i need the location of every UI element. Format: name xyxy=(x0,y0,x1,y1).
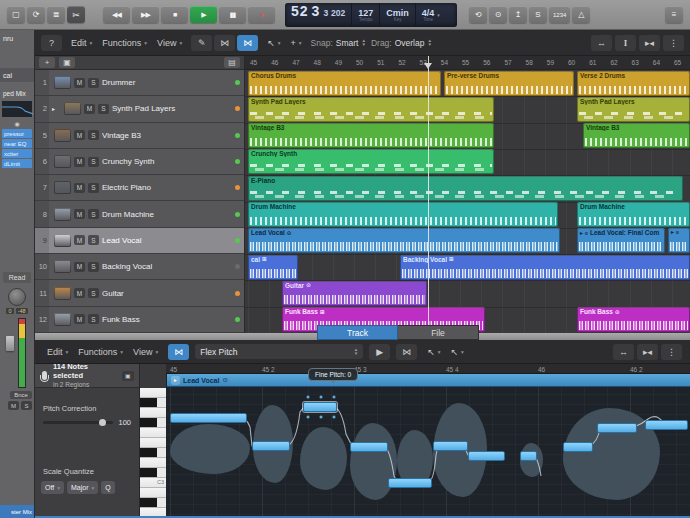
flex-mode-select[interactable]: Flex Pitch ▲▼ xyxy=(195,344,363,359)
region-clip[interactable]: ▸≡ xyxy=(668,228,690,253)
menu-view[interactable]: View▾ xyxy=(153,36,186,50)
arrange-area[interactable]: 4546474849505152535455565758596061626364… xyxy=(245,56,690,333)
note-handle[interactable] xyxy=(332,415,336,419)
automation-icon[interactable]: ✎ xyxy=(191,35,212,51)
pointer-tool[interactable]: ↖▾ xyxy=(423,345,444,359)
track-header-electric-piano[interactable]: 7MSElectric Piano xyxy=(35,175,244,201)
region-verse-2-drums[interactable]: Verse 2 Drums xyxy=(577,71,690,96)
flex-icon[interactable]: ⋈ xyxy=(214,35,235,51)
mute-button[interactable]: M xyxy=(74,183,85,193)
region-drum-machine[interactable]: Drum Machine xyxy=(248,202,558,227)
track-header-guitar[interactable]: 11MSGuitar xyxy=(35,280,244,306)
solo-button[interactable]: S xyxy=(98,104,109,114)
track-header-vintage-b3[interactable]: 5MSVintage B3 xyxy=(35,123,244,149)
pitch-note[interactable] xyxy=(645,420,688,430)
bounce-button[interactable]: Bnce xyxy=(10,391,32,399)
region-synth-pad-layers[interactable]: Synth Pad Layers xyxy=(248,97,494,122)
plugin-slot-dlimit[interactable]: dLimit xyxy=(2,159,32,168)
mute-button[interactable]: M xyxy=(74,262,85,272)
region-lead-vocal[interactable]: Lead Vocal⊙ xyxy=(248,228,560,253)
mute-button[interactable]: M xyxy=(74,314,85,324)
header-options-button[interactable]: ▤ xyxy=(224,57,240,68)
region-vintage-b3[interactable]: Vintage B3 xyxy=(248,123,494,148)
note-handle[interactable] xyxy=(332,395,336,399)
mute-button[interactable]: M xyxy=(74,157,85,167)
chevron-down-icon[interactable]: ▾ xyxy=(437,12,440,18)
white-key[interactable] xyxy=(140,408,166,418)
add-track-button[interactable]: + xyxy=(39,57,55,68)
quantize-button[interactable]: Q xyxy=(101,481,114,494)
track-header-funk-bass[interactable]: 12MSFunk Bass xyxy=(35,307,244,333)
white-key[interactable] xyxy=(140,458,166,468)
track-header-backing-vocal[interactable]: 10MSBacking Vocal xyxy=(35,254,244,280)
record-button[interactable]: ● xyxy=(248,6,275,23)
solo-button[interactable]: S xyxy=(88,262,99,272)
more-icon[interactable]: ⋮ xyxy=(661,344,682,360)
region-lead-vocal-final-com[interactable]: ▸≡Lead Vocal: Final Com xyxy=(577,228,665,253)
strip-track-name[interactable]: cal xyxy=(0,68,34,82)
output-name[interactable]: ster Mix xyxy=(0,505,34,518)
strip-mini-button[interactable]: ◉ xyxy=(0,119,34,127)
editor-region-header[interactable]: ▸ Lead Vocal ⊙ xyxy=(167,374,690,387)
track-stack-button[interactable]: ▣ xyxy=(59,57,75,68)
region-pre-verse-drums[interactable]: Pre-verse Drums xyxy=(444,71,574,96)
black-key[interactable] xyxy=(140,398,166,408)
pitch-note[interactable] xyxy=(170,413,247,423)
secondary-tool[interactable]: +▾ xyxy=(287,36,306,50)
mute-button[interactable]: M xyxy=(74,235,85,245)
editor-ruler[interactable]: 4545 245 345 44646 2 xyxy=(166,364,690,374)
pitch-note[interactable] xyxy=(563,442,593,452)
pitch-note[interactable] xyxy=(388,478,432,488)
pitch-note-selected[interactable] xyxy=(303,402,337,412)
stop-button[interactable]: ■ xyxy=(161,6,188,23)
replace-icon[interactable]: ⊙ xyxy=(489,6,507,23)
region-backing-vocal[interactable]: Backing Vocal⊞ xyxy=(400,255,690,280)
nudge-icon[interactable]: ↔ xyxy=(613,344,634,360)
track-header-synth-pad-layers[interactable]: 2▸MSSynth Pad Layers xyxy=(35,96,244,122)
menu-edit[interactable]: Edit▾ xyxy=(43,345,72,359)
note-handle[interactable] xyxy=(319,395,323,399)
screenset-icon[interactable]: ⟳ xyxy=(27,6,45,23)
quick-help-icon[interactable]: ? xyxy=(41,35,62,51)
menu-view[interactable]: View▾ xyxy=(129,345,162,359)
scale-type-select[interactable]: Major ▾ xyxy=(67,481,98,494)
cycle-icon[interactable]: ⟲ xyxy=(469,6,487,23)
automation-read-button[interactable]: Read xyxy=(3,272,31,283)
region-drum-machine[interactable]: Drum Machine xyxy=(577,202,690,227)
pause-button[interactable]: ▮▮ xyxy=(219,6,246,23)
collapse-icon[interactable]: ▸◂ xyxy=(637,344,658,360)
pan-knob[interactable] xyxy=(8,288,26,306)
white-key[interactable] xyxy=(140,428,166,438)
flex-pitch-icon[interactable]: ⋈ xyxy=(237,35,258,51)
region-chorus-drums[interactable]: Chorus Drums xyxy=(248,71,441,96)
menu-functions[interactable]: Functions▾ xyxy=(74,345,127,359)
white-key[interactable] xyxy=(140,388,166,398)
region-crunchy-synth[interactable]: Crunchy Synth xyxy=(248,149,494,174)
play-button[interactable]: ▶ xyxy=(190,6,217,23)
pitch-note[interactable] xyxy=(350,442,388,452)
pitch-note[interactable] xyxy=(520,451,537,461)
note-handle[interactable] xyxy=(306,415,310,419)
track-header-crunchy-synth[interactable]: 6MSCrunchy Synth xyxy=(35,149,244,175)
flex-pitch-canvas[interactable]: 4545 245 345 44646 2 ▸ Lead Vocal ⊙ Fine… xyxy=(166,364,690,518)
track-header-drum-machine[interactable]: 8MSDrum Machine xyxy=(35,201,244,227)
mute-button[interactable]: M xyxy=(74,78,85,88)
solo-button[interactable]: S xyxy=(88,314,99,324)
more-icon[interactable]: ⋮ xyxy=(663,35,684,51)
cut-tool-icon[interactable]: ✂ xyxy=(67,6,85,23)
white-key[interactable]: C3 xyxy=(140,478,166,488)
tab-file[interactable]: File xyxy=(398,325,479,340)
flex-split-icon[interactable]: ⋈ xyxy=(396,344,417,360)
region-funk-bass[interactable]: Funk Bass⊙ xyxy=(577,307,690,332)
white-key[interactable] xyxy=(140,438,166,448)
metronome-icon[interactable]: △ xyxy=(572,6,590,23)
region-vintage-b3[interactable]: Vintage B3 xyxy=(583,123,690,148)
solo-button[interactable]: S xyxy=(88,235,99,245)
pitch-note[interactable] xyxy=(597,423,637,433)
volume-fader[interactable] xyxy=(6,336,14,351)
pitch-note[interactable] xyxy=(468,451,505,461)
bar-ruler[interactable]: 4546474849505152535455565758596061626364… xyxy=(245,56,690,70)
drag-control[interactable]: Drag: Overlap ▲▼ xyxy=(371,38,432,48)
autopunch-icon[interactable]: ↥ xyxy=(509,6,527,23)
mute-button[interactable]: M xyxy=(74,130,85,140)
